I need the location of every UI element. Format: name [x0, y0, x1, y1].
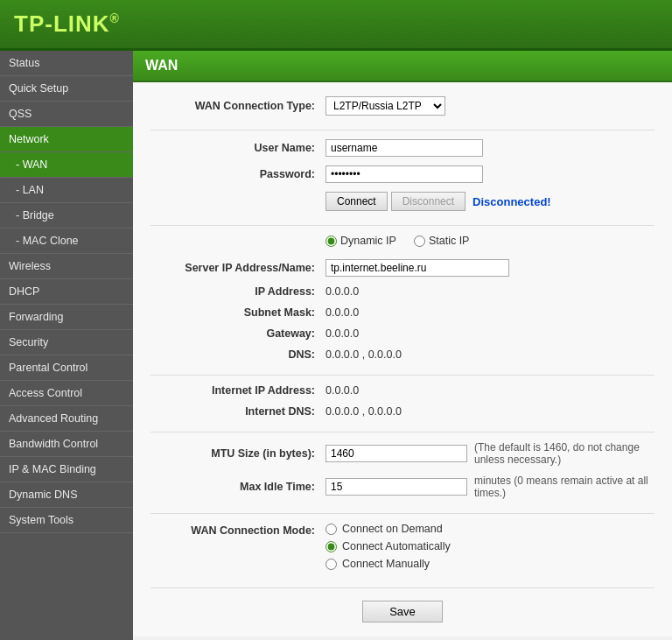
sidebar-item-security[interactable]: Security — [0, 330, 133, 355]
connection-status: Disconnected! — [472, 195, 551, 208]
internet-dns-label: Internet DNS: — [150, 405, 326, 418]
mtu-hint: (The default is 1460, do not change unle… — [474, 441, 654, 466]
username-input[interactable] — [326, 139, 483, 157]
server-ip-input[interactable] — [326, 259, 509, 277]
sidebar-item-bandwidth-control[interactable]: Bandwidth Control — [0, 432, 133, 457]
max-idle-hint: minutes (0 means remain active at all ti… — [474, 475, 654, 499]
connect-demand-option[interactable]: Connect on Demand — [326, 523, 654, 535]
server-ip-label: Server IP Address/Name: — [150, 262, 326, 274]
sidebar-item-advanced-routing[interactable]: Advanced Routing — [0, 406, 133, 432]
connect-auto-option[interactable]: Connect Automatically — [326, 540, 654, 552]
save-button[interactable]: Save — [362, 601, 443, 622]
sidebar-item-lan[interactable]: - LAN — [0, 178, 133, 203]
max-idle-label: Max Idle Time: — [150, 481, 326, 493]
dns-value: 0.0.0.0 , 0.0.0.0 — [326, 348, 402, 361]
connect-button[interactable]: Connect — [326, 192, 388, 211]
sidebar-item-qss[interactable]: QSS — [0, 102, 133, 127]
connect-demand-radio[interactable] — [326, 524, 337, 535]
mtu-input[interactable] — [326, 445, 467, 462]
wan-mode-label: WAN Connection Mode: — [150, 523, 326, 537]
mtu-label: MTU Size (in bytes): — [150, 447, 326, 460]
sidebar-item-wan[interactable]: - WAN — [0, 152, 133, 178]
subnet-mask-value: 0.0.0.0 — [326, 306, 359, 319]
disconnect-button[interactable]: Disconnect — [391, 192, 466, 211]
sidebar-item-access-control[interactable]: Access Control — [0, 381, 133, 406]
ip-address-value: 0.0.0.0 — [326, 285, 359, 298]
sidebar-item-network[interactable]: Network — [0, 127, 133, 152]
sidebar-item-wireless[interactable]: Wireless — [0, 254, 133, 279]
sidebar-item-parental-control[interactable]: Parental Control — [0, 355, 133, 381]
wan-connection-type-select[interactable]: L2TP/Russia L2TP Dynamic IP Static IP PP… — [326, 96, 445, 116]
static-ip-option[interactable]: Static IP — [414, 235, 470, 247]
internet-dns-value: 0.0.0.0 , 0.0.0.0 — [326, 405, 402, 418]
dynamic-ip-option[interactable]: Dynamic IP — [326, 235, 396, 247]
password-input[interactable] — [326, 165, 483, 183]
sidebar-item-quick-setup[interactable]: Quick Setup — [0, 76, 133, 102]
sidebar-item-bridge[interactable]: - Bridge — [0, 203, 133, 229]
sidebar-item-mac-clone[interactable]: - MAC Clone — [0, 229, 133, 254]
wan-connection-type-label: WAN Connection Type: — [150, 100, 326, 112]
sidebar-item-status[interactable]: Status — [0, 51, 133, 76]
internet-ip-value: 0.0.0.0 — [326, 384, 359, 397]
static-ip-radio[interactable] — [414, 236, 425, 247]
wan-connection-type-value[interactable]: L2TP/Russia L2TP Dynamic IP Static IP PP… — [326, 96, 654, 116]
gateway-label: Gateway: — [150, 327, 326, 340]
password-label: Password: — [150, 168, 326, 180]
sidebar-item-forwarding[interactable]: Forwarding — [0, 305, 133, 330]
internet-ip-label: Internet IP Address: — [150, 384, 326, 397]
content-header: WAN — [133, 51, 672, 82]
connect-auto-radio[interactable] — [326, 541, 337, 552]
username-label: User Name: — [150, 142, 326, 154]
connect-manually-option[interactable]: Connect Manually — [326, 558, 654, 570]
sidebar-item-system-tools[interactable]: System Tools — [0, 508, 133, 533]
sidebar-item-ip-mac-binding[interactable]: IP & MAC Binding — [0, 457, 133, 482]
ip-address-label: IP Address: — [150, 285, 326, 298]
page-title: WAN — [145, 58, 178, 73]
dynamic-ip-radio[interactable] — [326, 236, 337, 247]
connect-manually-radio[interactable] — [326, 559, 337, 570]
sidebar-item-dhcp[interactable]: DHCP — [0, 279, 133, 305]
max-idle-input[interactable] — [326, 478, 467, 496]
subnet-mask-label: Subnet Mask: — [150, 306, 326, 319]
content-area: WAN WAN Connection Type: L2TP/Russia L2T… — [133, 51, 672, 640]
sidebar: Status Quick Setup QSS Network - WAN - L… — [0, 51, 133, 640]
dns-label: DNS: — [150, 348, 326, 361]
logo: TP-LINK® — [14, 11, 120, 38]
sidebar-item-dynamic-dns[interactable]: Dynamic DNS — [0, 482, 133, 508]
header: TP-LINK® — [0, 0, 672, 51]
gateway-value: 0.0.0.0 — [326, 327, 359, 340]
